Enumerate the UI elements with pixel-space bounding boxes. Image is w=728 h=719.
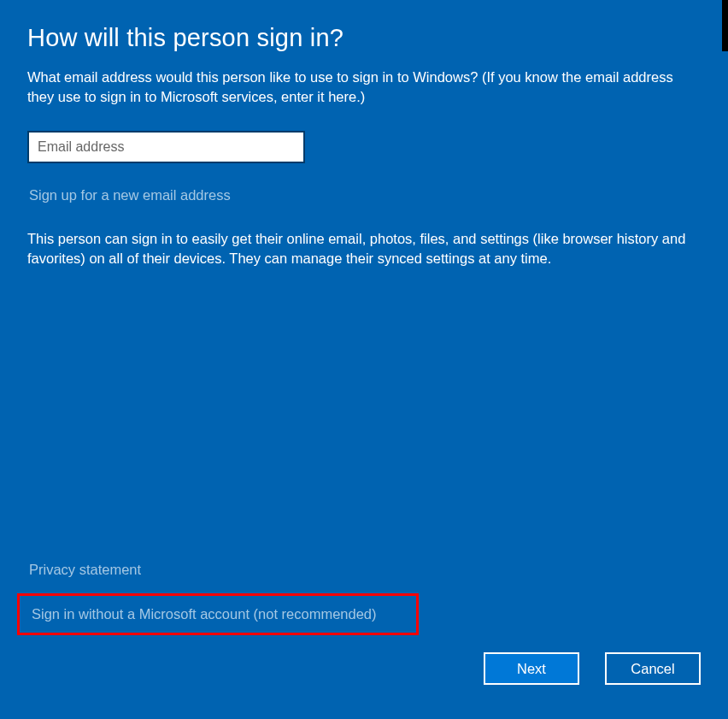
page-title: How will this person sign in? (27, 24, 701, 52)
sign-in-without-account-link[interactable]: Sign in without a Microsoft account (not… (32, 606, 377, 622)
highlighted-annotation-box: Sign in without a Microsoft account (not… (17, 593, 419, 635)
email-input[interactable] (27, 131, 305, 163)
description-text: What email address would this person lik… (27, 68, 694, 107)
button-row: Next Cancel (27, 652, 701, 685)
privacy-statement-link[interactable]: Privacy statement (29, 562, 141, 578)
spacer (27, 268, 701, 562)
scrollbar-indicator (722, 0, 728, 51)
next-button[interactable]: Next (484, 652, 579, 685)
dialog-content: How will this person sign in? What email… (0, 0, 728, 719)
sync-description-text: This person can sign in to easily get th… (27, 229, 701, 268)
cancel-button[interactable]: Cancel (605, 652, 701, 685)
signup-link[interactable]: Sign up for a new email address (29, 187, 231, 203)
